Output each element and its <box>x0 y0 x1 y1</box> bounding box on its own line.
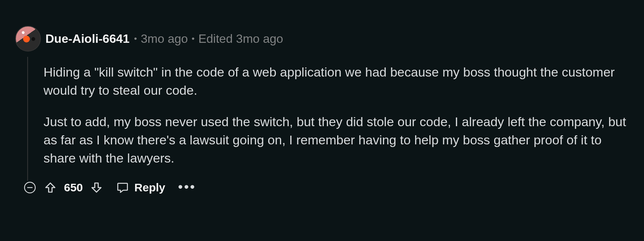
comment-body: Hiding a "kill switch" in the code of a … <box>44 63 629 167</box>
username[interactable]: Due-Aioli-6641 <box>45 32 129 46</box>
upvote-icon <box>44 181 57 194</box>
comment-meta: • 3mo ago • Edited 3mo ago <box>134 32 283 46</box>
downvote-icon <box>90 181 103 194</box>
avatar[interactable] <box>15 26 41 52</box>
comment-paragraph: Hiding a "kill switch" in the code of a … <box>44 63 629 100</box>
comment-edited: Edited 3mo ago <box>198 32 283 46</box>
separator-dot: • <box>134 34 137 44</box>
collapse-button[interactable] <box>23 181 37 194</box>
comment-icon <box>116 181 129 194</box>
reply-button[interactable]: Reply <box>116 181 165 194</box>
vote-score: 650 <box>64 181 83 194</box>
minus-circle-icon <box>23 181 36 194</box>
upvote-button[interactable] <box>44 181 57 194</box>
separator-dot: • <box>192 34 195 44</box>
reply-label: Reply <box>134 181 165 194</box>
thread-line <box>27 57 28 181</box>
vote-group: 650 <box>44 181 103 194</box>
comment: Due-Aioli-6641 • 3mo ago • Edited 3mo ag… <box>0 0 644 195</box>
comment-actions: 650 Reply ••• <box>44 180 629 195</box>
comment-age: 3mo ago <box>141 32 188 46</box>
comment-paragraph: Just to add, my boss never used the swit… <box>44 113 629 167</box>
more-options-button[interactable]: ••• <box>178 180 196 195</box>
downvote-button[interactable] <box>90 181 103 194</box>
comment-header: Due-Aioli-6641 • 3mo ago • Edited 3mo ag… <box>15 26 629 52</box>
ellipsis-icon: ••• <box>178 180 196 193</box>
